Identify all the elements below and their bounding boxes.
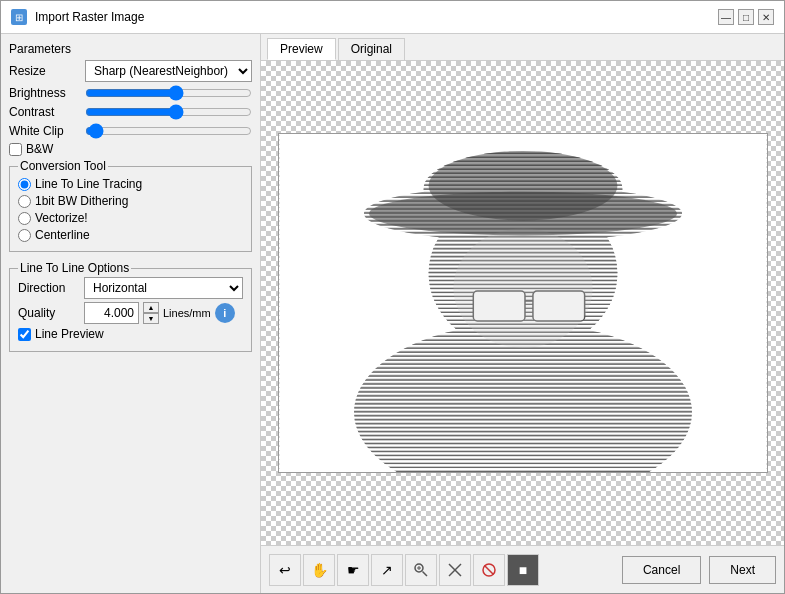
white-clip-row: White Clip xyxy=(9,123,252,139)
quality-row: Quality ▲ ▼ Lines/mm i xyxy=(18,302,243,324)
bottom-buttons: Cancel Next xyxy=(622,556,776,584)
white-clip-slider-container xyxy=(85,123,252,139)
direction-row: Direction Horizontal Vertical Both xyxy=(18,277,243,299)
close-button[interactable]: ✕ xyxy=(758,9,774,25)
tab-original[interactable]: Original xyxy=(338,38,405,60)
parameters-section: Parameters Resize Sharp (NearestNeighbor… xyxy=(9,42,252,158)
bottom-toolbar: ↩ ✋ ☛ ↗ ■ Cancel Next xyxy=(261,545,784,593)
toolbar-cut-icon[interactable] xyxy=(439,554,471,586)
radio-vectorize[interactable] xyxy=(18,212,31,225)
tab-bar: Preview Original xyxy=(261,34,784,61)
quality-input-group: ▲ ▼ Lines/mm i xyxy=(84,302,235,324)
quality-up-button[interactable]: ▲ xyxy=(143,302,159,313)
title-bar: ⊞ Import Raster Image — □ ✕ xyxy=(1,1,784,34)
radio-centerline[interactable] xyxy=(18,229,31,242)
radio-line-to-line-label: Line To Line Tracing xyxy=(35,177,142,191)
right-panel: Preview Original xyxy=(261,34,784,593)
tab-preview[interactable]: Preview xyxy=(267,38,336,60)
line-to-line-options-group: Line To Line Options Direction Horizonta… xyxy=(9,268,252,352)
brightness-slider[interactable] xyxy=(85,85,252,101)
toolbar-fill-icon[interactable]: ■ xyxy=(507,554,539,586)
resize-select[interactable]: Sharp (NearestNeighbor) Smooth (Bilinear… xyxy=(85,60,252,82)
brightness-row: Brightness xyxy=(9,85,252,101)
title-buttons: — □ ✕ xyxy=(718,9,774,25)
quality-down-button[interactable]: ▼ xyxy=(143,313,159,324)
bw-label: B&W xyxy=(26,142,53,156)
conversion-tool-group: Conversion Tool Line To Line Tracing 1bi… xyxy=(9,166,252,252)
quality-input[interactable] xyxy=(84,302,139,324)
toolbar-zoom-icon[interactable] xyxy=(405,554,437,586)
radio-line-to-line[interactable] xyxy=(18,178,31,191)
direction-select[interactable]: Horizontal Vertical Both xyxy=(84,277,243,299)
white-clip-slider[interactable] xyxy=(85,123,252,139)
parameters-label: Parameters xyxy=(9,42,252,56)
brightness-label: Brightness xyxy=(9,86,79,100)
bw-checkbox[interactable] xyxy=(9,143,22,156)
quality-info-button[interactable]: i xyxy=(215,303,235,323)
toolbar-back-icon[interactable]: ↩ xyxy=(269,554,301,586)
brightness-slider-container xyxy=(85,85,252,101)
contrast-label: Contrast xyxy=(9,105,79,119)
app-icon: ⊞ xyxy=(11,9,27,25)
radio-line-to-line-row: Line To Line Tracing xyxy=(18,177,243,191)
next-button[interactable]: Next xyxy=(709,556,776,584)
resize-label: Resize xyxy=(9,64,79,78)
conversion-tool-label: Conversion Tool xyxy=(18,159,108,173)
maximize-button[interactable]: □ xyxy=(738,9,754,25)
resize-row: Resize Sharp (NearestNeighbor) Smooth (B… xyxy=(9,60,252,82)
line-preview-row: Line Preview xyxy=(18,327,243,341)
contrast-slider-container xyxy=(85,104,252,120)
title-bar-left: ⊞ Import Raster Image xyxy=(11,9,144,25)
svg-point-13 xyxy=(453,228,592,347)
radio-1bit-label: 1bit BW Dithering xyxy=(35,194,128,208)
quality-spinner: ▲ ▼ xyxy=(143,302,159,324)
radio-centerline-label: Centerline xyxy=(35,228,90,242)
quality-label: Quality xyxy=(18,306,78,320)
window-title: Import Raster Image xyxy=(35,10,144,24)
white-clip-label: White Clip xyxy=(9,124,79,138)
contrast-slider[interactable] xyxy=(85,104,252,120)
quality-unit: Lines/mm xyxy=(163,307,211,319)
radio-1bit-row: 1bit BW Dithering xyxy=(18,194,243,208)
radio-1bit[interactable] xyxy=(18,195,31,208)
preview-svg xyxy=(279,134,767,472)
cancel-button[interactable]: Cancel xyxy=(622,556,701,584)
toolbar-select-icon[interactable]: ☛ xyxy=(337,554,369,586)
radio-vectorize-label: Vectorize! xyxy=(35,211,88,225)
svg-line-17 xyxy=(423,571,428,576)
toolbar-stop-icon[interactable] xyxy=(473,554,505,586)
line-to-line-options-label: Line To Line Options xyxy=(18,261,131,275)
left-panel: Parameters Resize Sharp (NearestNeighbor… xyxy=(1,34,261,593)
svg-point-15 xyxy=(428,151,617,221)
contrast-row: Contrast xyxy=(9,104,252,120)
line-preview-label: Line Preview xyxy=(35,327,104,341)
radio-vectorize-row: Vectorize! xyxy=(18,211,243,225)
line-preview-checkbox[interactable] xyxy=(18,328,31,341)
radio-centerline-row: Centerline xyxy=(18,228,243,242)
svg-line-23 xyxy=(485,565,494,574)
main-window: ⊞ Import Raster Image — □ ✕ Parameters R… xyxy=(0,0,785,594)
bw-row: B&W xyxy=(9,142,252,156)
minimize-button[interactable]: — xyxy=(718,9,734,25)
main-content: Parameters Resize Sharp (NearestNeighbor… xyxy=(1,34,784,593)
preview-image xyxy=(278,133,768,473)
toolbar-arrow-icon[interactable]: ↗ xyxy=(371,554,403,586)
toolbar-pan-icon[interactable]: ✋ xyxy=(303,554,335,586)
direction-label: Direction xyxy=(18,281,78,295)
preview-area xyxy=(261,61,784,545)
